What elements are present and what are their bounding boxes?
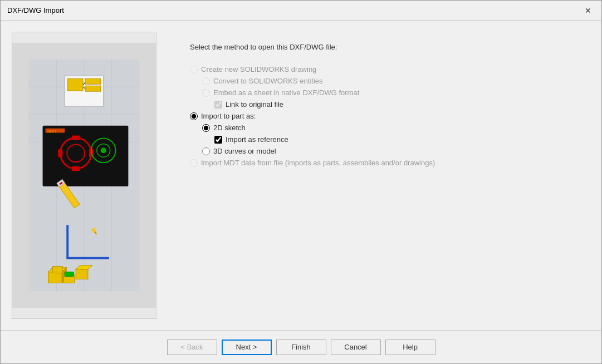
radio-import-mdt[interactable] <box>190 159 198 167</box>
radio-3d-curves[interactable] <box>202 147 210 155</box>
label-convert-entities: Convert to SOLIDWORKS entities <box>213 77 323 85</box>
dialog-dxf-dwg-import: DXF/DWG Import ✕ <box>0 0 602 364</box>
radio-create-new-drawing[interactable] <box>190 66 198 73</box>
svg-rect-19 <box>58 149 62 157</box>
svg-rect-10 <box>85 78 101 84</box>
option-link-original[interactable]: Link to original file <box>214 100 590 109</box>
svg-rect-36 <box>65 272 74 277</box>
svg-point-23 <box>101 147 106 153</box>
svg-rect-17 <box>72 136 80 140</box>
option-import-to-part[interactable]: Import to part as: <box>190 112 590 120</box>
svg-rect-14 <box>43 126 129 186</box>
cad-illustration: LABELS <box>12 32 156 318</box>
svg-rect-32 <box>48 272 62 283</box>
label-create-new-drawing: Create new SOLIDWORKS drawing <box>201 65 316 73</box>
close-button[interactable]: ✕ <box>581 4 595 17</box>
svg-rect-11 <box>85 86 101 91</box>
svg-rect-37 <box>52 267 62 273</box>
checkbox-link-original[interactable] <box>214 101 222 109</box>
radio-convert-entities[interactable] <box>202 77 210 85</box>
option-3d-curves[interactable]: 3D curves or model <box>202 147 590 155</box>
title-bar: DXF/DWG Import ✕ <box>1 1 601 21</box>
option-import-reference[interactable]: Import as reference <box>214 135 590 144</box>
label-link-original: Link to original file <box>226 100 283 109</box>
radio-import-to-part[interactable] <box>190 112 198 120</box>
next-button[interactable]: Next > <box>222 340 272 355</box>
footer: < Back Next > Finish Cancel Help <box>1 330 601 363</box>
radio-2d-sketch[interactable] <box>202 124 210 132</box>
option-convert-entities[interactable]: Convert to SOLIDWORKS entities <box>202 77 590 85</box>
checkbox-import-reference[interactable] <box>214 136 222 144</box>
svg-text:LABELS: LABELS <box>47 130 57 133</box>
label-import-reference: Import as reference <box>226 135 288 144</box>
svg-rect-9 <box>67 78 83 91</box>
finish-button[interactable]: Finish <box>276 340 326 355</box>
options-group: Create new SOLIDWORKS drawing Convert to… <box>190 65 590 167</box>
cancel-button[interactable]: Cancel <box>331 340 381 355</box>
radio-embed-sheet[interactable] <box>202 89 210 97</box>
label-3d-curves: 3D curves or model <box>213 147 276 155</box>
label-2d-sketch: 2D sketch <box>213 124 246 132</box>
option-import-mdt[interactable]: Import MDT data from file (imports as pa… <box>190 159 590 167</box>
option-create-new-drawing[interactable]: Create new SOLIDWORKS drawing <box>190 65 590 73</box>
back-button[interactable]: < Back <box>167 340 217 355</box>
label-embed-sheet: Embed as a sheet in native DXF/DWG forma… <box>213 88 359 97</box>
dialog-title: DXF/DWG Import <box>7 6 64 14</box>
content-area: LABELS <box>1 21 601 330</box>
svg-rect-38 <box>76 269 88 279</box>
svg-rect-18 <box>72 166 80 171</box>
label-import-mdt: Import MDT data from file (imports as pa… <box>201 159 435 167</box>
option-2d-sketch[interactable]: 2D sketch <box>202 124 590 132</box>
label-import-to-part: Import to part as: <box>201 112 256 120</box>
option-embed-sheet[interactable]: Embed as a sheet in native DXF/DWG forma… <box>202 88 590 97</box>
illustration-panel: LABELS <box>12 32 156 319</box>
prompt-text: Select the method to open this DXF/DWG f… <box>190 43 590 51</box>
options-panel: Select the method to open this DXF/DWG f… <box>168 32 590 319</box>
help-button[interactable]: Help <box>385 340 435 355</box>
